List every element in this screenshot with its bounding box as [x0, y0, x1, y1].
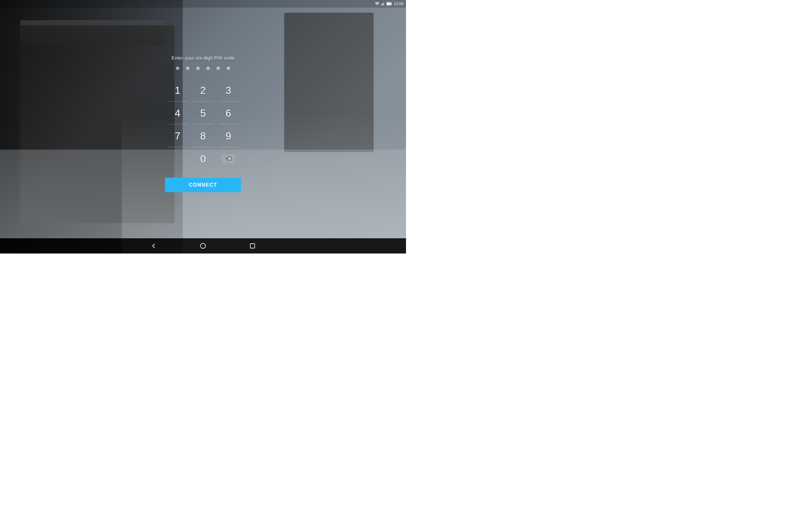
delete-key-inner	[222, 154, 235, 163]
bg-desk	[122, 114, 406, 253]
key-9[interactable]: 9	[216, 124, 241, 147]
svg-rect-10	[250, 244, 255, 248]
pin-dot-6	[227, 67, 230, 70]
delete-icon	[225, 156, 232, 161]
key-delete[interactable]	[216, 147, 241, 170]
key-0[interactable]: 0	[190, 147, 216, 170]
pin-dot-2	[186, 67, 189, 70]
pin-dot-1	[176, 67, 179, 70]
svg-rect-1	[382, 3, 383, 5]
pin-dots	[176, 67, 230, 70]
pin-dot-3	[196, 67, 200, 70]
svg-rect-3	[384, 2, 384, 5]
status-time: 12:00	[394, 2, 403, 6]
pin-dot-5	[217, 67, 220, 70]
key-3[interactable]: 3	[216, 79, 241, 102]
key-empty	[165, 147, 190, 170]
wifi-icon	[375, 2, 379, 6]
nav-bar	[0, 238, 406, 253]
battery-icon	[386, 2, 392, 6]
svg-point-9	[200, 243, 206, 248]
status-bar: 12:00	[0, 0, 406, 8]
key-2[interactable]: 2	[190, 79, 216, 102]
key-8[interactable]: 8	[190, 124, 216, 147]
nav-recent-button[interactable]	[247, 240, 258, 251]
keypad: 1 2 3 4 5 6 7 8	[165, 79, 241, 170]
svg-rect-0	[381, 4, 382, 5]
nav-home-button[interactable]	[197, 240, 209, 251]
connect-button[interactable]: CONNECT	[165, 178, 241, 192]
key-5[interactable]: 5	[190, 102, 216, 124]
svg-rect-5	[391, 3, 392, 5]
pin-instruction: Enter your six-digit PIN code	[171, 55, 235, 60]
key-6[interactable]: 6	[216, 102, 241, 124]
svg-rect-6	[387, 3, 391, 5]
app: 12:00 Enter your six-digit PIN code 1 2 …	[0, 0, 406, 253]
pin-dialog: Enter your six-digit PIN code 1 2 3	[165, 55, 241, 192]
nav-back-button[interactable]	[148, 240, 159, 251]
pin-dot-4	[206, 67, 210, 70]
signal-icon	[381, 2, 385, 6]
svg-rect-2	[383, 3, 384, 6]
key-1[interactable]: 1	[165, 79, 190, 102]
key-7[interactable]: 7	[165, 124, 190, 147]
key-4[interactable]: 4	[165, 102, 190, 124]
